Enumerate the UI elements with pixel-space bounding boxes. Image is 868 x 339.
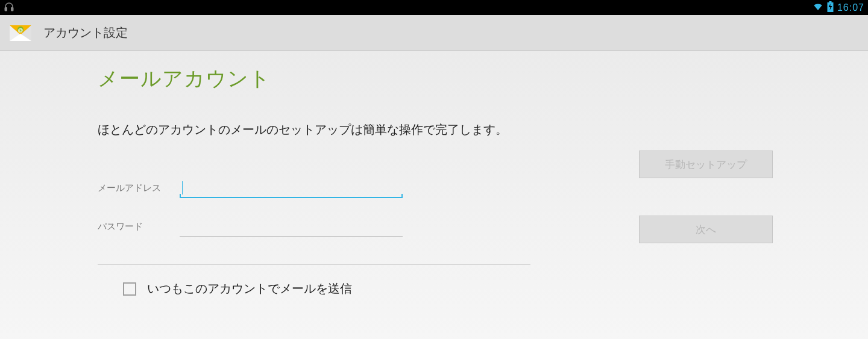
password-field[interactable] [180,216,403,237]
password-input[interactable] [180,216,407,237]
headphones-icon [4,1,14,14]
svg-rect-1 [11,7,13,10]
wifi-icon [813,1,823,14]
next-button[interactable]: 次へ [639,216,773,243]
system-status-bar: 16:07 [0,0,868,15]
action-bar-title: アカウント設定 [43,25,128,41]
section-divider [98,264,530,265]
password-label: パスワード [98,221,180,232]
default-sender-label: いつもこのアカウントでメールを送信 [147,281,352,297]
email-field[interactable] [180,178,403,198]
default-sender-row[interactable]: いつもこのアカウントでメールを送信 [123,281,773,297]
app-action-bar: @ アカウント設定 [0,15,868,51]
next-label: 次へ [696,223,716,237]
svg-text:@: @ [18,27,24,33]
battery-charging-icon [827,1,834,14]
account-setup-form: メールアカウント ほとんどのアカウントのメールのセットアップは簡単な操作で完了し… [98,65,773,297]
email-app-icon: @ [6,20,35,45]
email-input[interactable] [180,178,407,198]
manual-setup-button[interactable]: 手動セットアップ [639,151,773,178]
email-label: メールアドレス [98,182,180,194]
clock-text: 16:07 [837,2,864,13]
svg-rect-3 [829,1,831,2]
text-cursor [182,181,183,194]
manual-setup-label: 手動セットアップ [665,158,747,172]
default-sender-checkbox[interactable] [123,282,136,296]
svg-rect-0 [5,7,7,10]
intro-text: ほとんどのアカウントのメールのセットアップは簡単な操作で完了します。 [98,122,773,138]
page-title: メールアカウント [98,65,773,93]
